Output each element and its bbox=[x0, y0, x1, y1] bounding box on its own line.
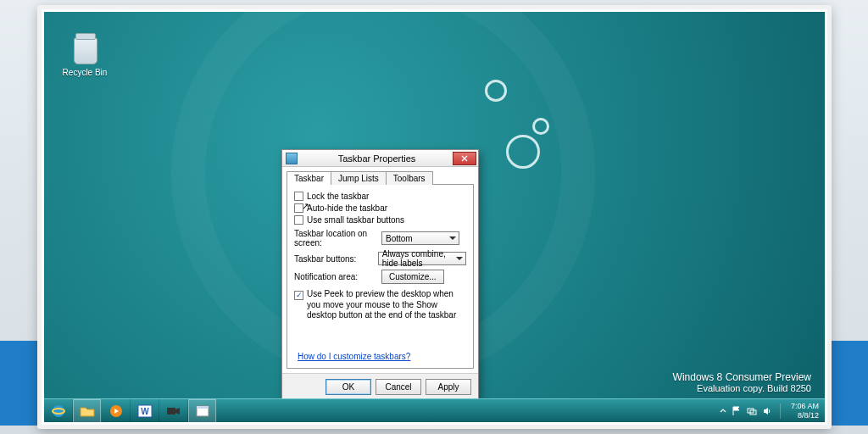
trash-icon bbox=[69, 31, 101, 66]
desktop[interactable]: Recycle Bin Taskbar Properties Taskbar J… bbox=[44, 12, 825, 422]
checkbox-autohide-taskbar[interactable] bbox=[294, 203, 303, 213]
volume-icon[interactable] bbox=[762, 406, 772, 416]
taskbar-explorer-button[interactable] bbox=[73, 399, 102, 422]
taskbar-properties-button[interactable] bbox=[188, 399, 217, 422]
dialog-icon bbox=[196, 405, 209, 417]
svg-text:W: W bbox=[141, 407, 149, 416]
dialog-title: Taskbar Properties bbox=[301, 153, 453, 164]
dialog-button-row: OK Cancel Apply bbox=[282, 373, 478, 400]
checkbox-small-buttons[interactable] bbox=[294, 215, 303, 225]
svg-rect-5 bbox=[167, 408, 175, 415]
svg-rect-7 bbox=[197, 406, 209, 409]
tab-taskbar[interactable]: Taskbar bbox=[287, 171, 331, 185]
checkbox-use-peek[interactable] bbox=[294, 291, 303, 300]
window-icon bbox=[286, 153, 298, 164]
wallpaper-bubble bbox=[506, 135, 540, 169]
apply-button[interactable]: Apply bbox=[426, 379, 471, 395]
dialog-titlebar[interactable]: Taskbar Properties bbox=[282, 150, 478, 167]
watermark-line1: Windows 8 Consumer Preview bbox=[673, 371, 811, 383]
help-link-customize-taskbars[interactable]: How do I customize taskbars? bbox=[298, 352, 410, 361]
clock-date: 8/8/12 bbox=[791, 411, 819, 420]
taskbar-word-button[interactable]: W bbox=[131, 399, 159, 422]
word-icon: W bbox=[137, 404, 153, 418]
label-taskbar-location: Taskbar location on screen: bbox=[294, 229, 381, 248]
media-player-icon bbox=[109, 404, 123, 418]
network-icon[interactable] bbox=[747, 406, 757, 416]
recycle-bin-icon[interactable]: Recycle Bin bbox=[59, 31, 110, 77]
ie-icon bbox=[51, 403, 66, 419]
close-icon bbox=[461, 155, 468, 162]
folder-icon bbox=[80, 405, 95, 417]
label-small-buttons: Use small taskbar buttons bbox=[307, 215, 404, 225]
svg-point-0 bbox=[53, 405, 64, 417]
checkbox-lock-taskbar[interactable] bbox=[294, 192, 303, 201]
flag-icon[interactable] bbox=[732, 406, 742, 416]
taskbar-ie-button[interactable] bbox=[44, 399, 73, 422]
tab-toolbars[interactable]: Toolbars bbox=[386, 171, 433, 185]
cancel-button[interactable]: Cancel bbox=[376, 379, 421, 395]
taskbar-properties-dialog: Taskbar Properties Taskbar Jump Lists To… bbox=[281, 149, 479, 401]
label-autohide-taskbar: Auto-hide the taskbar bbox=[307, 203, 387, 213]
watermark-line2: Evaluation copy. Build 8250 bbox=[673, 383, 811, 393]
label-taskbar-buttons: Taskbar buttons: bbox=[294, 254, 378, 264]
label-use-peek: Use Peek to preview the desktop when you… bbox=[307, 289, 466, 321]
tray-divider bbox=[780, 403, 781, 419]
taskbar-camera-button[interactable] bbox=[159, 399, 188, 422]
customize-button[interactable]: Customize... bbox=[381, 270, 444, 284]
tab-panel-taskbar: Lock the taskbar Auto-hide the taskbar U… bbox=[287, 184, 474, 369]
label-lock-taskbar: Lock the taskbar bbox=[307, 192, 369, 201]
select-taskbar-location[interactable]: Bottom bbox=[381, 231, 459, 245]
wallpaper-bubble bbox=[532, 118, 549, 135]
monitor-frame: Recycle Bin Taskbar Properties Taskbar J… bbox=[37, 5, 832, 429]
taskbar-clock[interactable]: 7:06 AM 8/8/12 bbox=[788, 402, 821, 420]
system-tray[interactable]: 7:06 AM 8/8/12 bbox=[716, 399, 825, 422]
taskbar-media-button[interactable] bbox=[102, 399, 131, 422]
show-hidden-icons-icon[interactable] bbox=[720, 408, 726, 415]
label-notification-area: Notification area: bbox=[294, 272, 381, 281]
wallpaper-bubble bbox=[485, 80, 507, 102]
tab-strip: Taskbar Jump Lists Toolbars bbox=[282, 167, 478, 184]
ok-button[interactable]: OK bbox=[326, 379, 371, 395]
taskbar[interactable]: W 7:06 AM bbox=[44, 398, 825, 422]
select-taskbar-buttons[interactable]: Always combine, hide labels bbox=[378, 252, 466, 265]
camcorder-icon bbox=[166, 405, 181, 417]
recycle-bin-label: Recycle Bin bbox=[59, 68, 110, 77]
tab-jump-lists[interactable]: Jump Lists bbox=[331, 171, 387, 185]
windows-watermark: Windows 8 Consumer Preview Evaluation co… bbox=[673, 371, 811, 393]
clock-time: 7:06 AM bbox=[791, 402, 819, 411]
close-button[interactable] bbox=[453, 152, 476, 165]
taskbar-spacer bbox=[217, 399, 716, 422]
